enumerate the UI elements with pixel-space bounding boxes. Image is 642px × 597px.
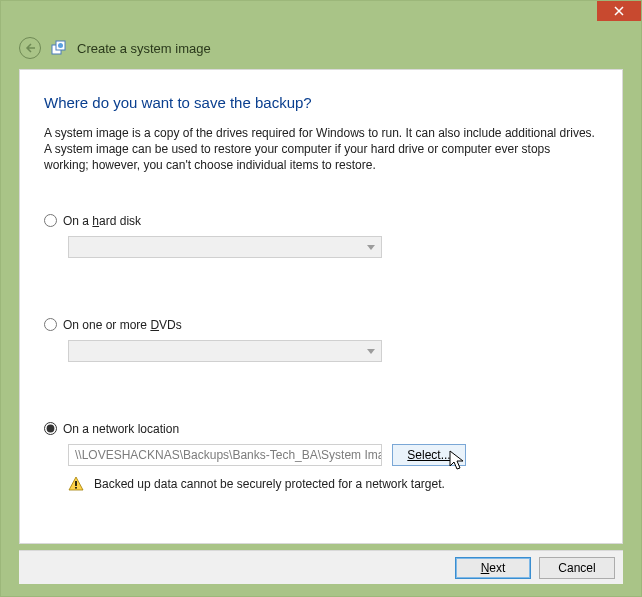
radio-hard-disk-input[interactable] — [44, 214, 57, 227]
next-button[interactable]: Next — [455, 557, 531, 579]
radio-dvds[interactable]: On one or more DVDs — [44, 318, 598, 332]
content-panel: Where do you want to save the backup? A … — [19, 69, 623, 544]
svg-rect-3 — [75, 481, 77, 486]
svg-rect-4 — [75, 487, 77, 489]
warning-icon — [68, 476, 84, 492]
footer: Next Cancel — [19, 550, 623, 584]
option-network: On a network location \\LOVESHACKNAS\Bac… — [44, 422, 598, 492]
system-image-icon — [51, 40, 67, 56]
page-heading: Where do you want to save the backup? — [44, 94, 598, 111]
select-button[interactable]: Select... — [392, 444, 466, 466]
radio-network[interactable]: On a network location — [44, 422, 598, 436]
radio-network-input[interactable] — [44, 422, 57, 435]
hard-disk-combo[interactable] — [68, 236, 382, 258]
page-description: A system image is a copy of the drives r… — [44, 125, 598, 174]
option-dvds: On one or more DVDs — [44, 318, 598, 362]
option-hard-disk: On a hard disk — [44, 214, 598, 258]
radio-dvds-label: On one or more DVDs — [63, 318, 182, 332]
dvds-combo[interactable] — [68, 340, 382, 362]
window-title: Create a system image — [77, 41, 211, 56]
radio-hard-disk[interactable]: On a hard disk — [44, 214, 598, 228]
wizard-window: Create a system image Where do you want … — [0, 0, 642, 597]
close-icon — [614, 6, 624, 16]
cancel-button[interactable]: Cancel — [539, 557, 615, 579]
radio-dvds-input[interactable] — [44, 318, 57, 331]
network-warning: Backed up data cannot be securely protec… — [68, 476, 598, 492]
network-warning-text: Backed up data cannot be securely protec… — [94, 477, 445, 491]
network-path-field[interactable]: \\LOVESHACKNAS\Backups\Banks-Tech_BA\Sys… — [68, 444, 382, 466]
header: Create a system image — [19, 35, 623, 61]
back-arrow-icon — [24, 42, 36, 54]
radio-network-label: On a network location — [63, 422, 179, 436]
radio-hard-disk-label: On a hard disk — [63, 214, 141, 228]
close-button[interactable] — [597, 1, 641, 21]
svg-point-2 — [58, 43, 63, 48]
back-button[interactable] — [19, 37, 41, 59]
